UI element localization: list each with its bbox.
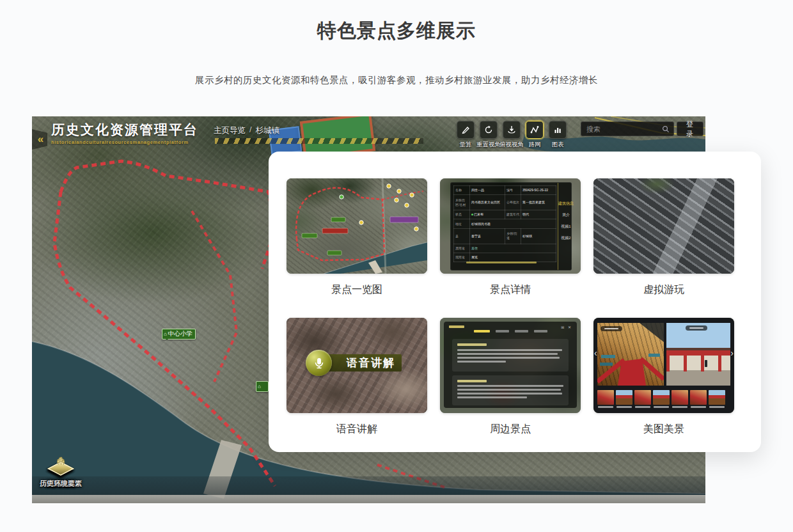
nearby-text-block xyxy=(452,375,569,405)
feature-audio-guide: 语音讲解 语音讲解 xyxy=(287,318,427,436)
reset-view-icon[interactable] xyxy=(480,121,498,139)
features-card: 景点一览图 名称四世一品 编号350429-SC-JS-22 关联街区/名村尚书… xyxy=(269,152,761,452)
filmstrip-thumb[interactable] xyxy=(597,390,614,408)
detail-panel: 名称四世一品 编号350429-SC-JS-22 关联街区/名村尚书巷历史文化街… xyxy=(450,182,572,270)
school-icon: ⌂ xyxy=(164,332,167,337)
audio-guide-banner: 语音讲解 xyxy=(320,354,402,372)
breadcrumb-current: 杉城镇 xyxy=(255,125,279,136)
feature-gallery: ‹ › 美图美景 xyxy=(593,318,734,436)
detail-footnote-bar xyxy=(466,262,537,263)
nearby-panel: ⊞ ✕ xyxy=(444,322,577,408)
road-network-icon[interactable] xyxy=(526,121,544,139)
chart-icon[interactable] xyxy=(549,121,567,139)
platform-nav-band xyxy=(32,476,705,496)
feature-label: 语音讲解 xyxy=(287,423,427,436)
platform-logo-subtitle: historicalandculturalresourcesmanagement… xyxy=(51,139,198,145)
trees-icon xyxy=(45,453,76,478)
detail-table: 名称四世一品 编号350429-SC-JS-22 关联街区/名村尚书巷历史文化街… xyxy=(453,185,556,262)
overview-map-thumbnail[interactable] xyxy=(287,178,427,274)
tool-top-view[interactable]: 俯视视角 xyxy=(500,121,523,149)
top-view-icon[interactable] xyxy=(503,121,521,139)
measure-icon[interactable] xyxy=(457,121,475,139)
tool-measure[interactable]: 量算 xyxy=(454,121,477,149)
detail-side-menu: 建筑信息 简介 视频1 视频2 xyxy=(558,183,574,270)
rooftops-view xyxy=(593,178,734,274)
map-label-school[interactable]: ⌂ 中心小学 xyxy=(162,329,196,340)
feature-label: 美图美景 xyxy=(593,423,734,436)
tab-active xyxy=(474,330,490,332)
filmstrip-thumb[interactable] xyxy=(653,390,670,408)
breadcrumb-separator: / xyxy=(249,125,251,136)
gallery-thumbnail[interactable]: ‹ › xyxy=(593,318,734,413)
filmstrip-thumb[interactable] xyxy=(616,390,632,408)
filmstrip-thumb[interactable] xyxy=(671,390,688,408)
person-figure xyxy=(705,360,707,367)
virtual-tour-thumbnail[interactable] xyxy=(593,178,734,274)
feature-label: 景点一览图 xyxy=(287,283,427,297)
breadcrumb-root[interactable]: 主页导览 xyxy=(214,125,246,136)
status-dot xyxy=(471,214,473,215)
map-label-partial[interactable]: ⌂ xyxy=(256,381,269,392)
search-icon[interactable] xyxy=(662,125,670,133)
feature-virtual-tour: 虚拟游玩 xyxy=(593,178,734,297)
nearby-text-block xyxy=(452,339,569,372)
hatch-decoration xyxy=(215,138,423,144)
photo-badge xyxy=(601,326,622,331)
nearby-thumbnail[interactable]: ⊞ ✕ xyxy=(440,318,581,413)
search-input[interactable] xyxy=(585,125,662,134)
filmstrip-thumb[interactable] xyxy=(690,390,707,408)
nearby-panel-title-bar xyxy=(449,325,464,328)
tool-chart[interactable]: 图表 xyxy=(546,121,569,149)
search-box[interactable] xyxy=(581,121,674,136)
filmstrip-thumb[interactable] xyxy=(709,390,725,408)
feature-nearby: ⊞ ✕ xyxy=(440,318,581,436)
tab xyxy=(515,330,528,332)
feature-label: 虚拟游玩 xyxy=(593,283,734,297)
platform-logo: 历史文化资源管理平台 historicalandculturalresource… xyxy=(51,121,198,145)
close-icon: ⊞ ✕ xyxy=(561,325,572,329)
gallery-photo-ceiling[interactable] xyxy=(597,323,664,386)
breadcrumb: 主页导览 / 杉城镇 xyxy=(214,125,279,136)
overview-map-graphics xyxy=(287,178,427,274)
platform-logo-title: 历史文化资源管理平台 xyxy=(51,121,198,139)
detail-thumbnail[interactable]: 名称四世一品 编号350429-SC-JS-22 关联街区/名村尚书巷历史文化街… xyxy=(440,178,581,274)
feature-label: 周边景点 xyxy=(440,423,581,436)
map-toolbar: 量算 重置视角 俯视视角 路网 xyxy=(454,121,569,149)
page-title: 特色景点多维展示 xyxy=(0,18,793,44)
gallery-prev-icon[interactable]: ‹ xyxy=(594,348,597,357)
nav-item-historic-environment[interactable]: 历史环境要素 xyxy=(32,453,90,489)
tab xyxy=(534,330,547,332)
audio-guide-thumbnail[interactable]: 语音讲解 xyxy=(287,318,427,413)
riverside-road xyxy=(32,495,705,503)
feature-label: 景点详情 xyxy=(440,283,581,297)
poi-icon: ⌂ xyxy=(258,384,261,389)
tab xyxy=(496,330,509,332)
feature-overview-map: 景点一览图 xyxy=(287,178,427,297)
gallery-photo-courtyard[interactable] xyxy=(666,323,730,386)
gallery-next-icon[interactable]: › xyxy=(730,348,734,357)
login-button[interactable]: 登 录 xyxy=(677,121,703,136)
microphone-icon xyxy=(306,350,332,376)
filmstrip-thumb[interactable] xyxy=(634,390,651,408)
photo-badge xyxy=(686,325,707,331)
nearby-tabs xyxy=(444,330,577,332)
page-subtitle: 展示乡村的历史文化资源和特色景点，吸引游客参观，推动乡村旅游业发展，助力乡村经济… xyxy=(0,74,793,86)
tool-reset-view[interactable]: 重置视角 xyxy=(477,121,500,149)
tool-road-network[interactable]: 路网 xyxy=(523,121,546,149)
feature-detail: 名称四世一品 编号350429-SC-JS-22 关联街区/名村尚书巷历史文化街… xyxy=(440,178,581,297)
gallery-filmstrip xyxy=(597,390,725,408)
